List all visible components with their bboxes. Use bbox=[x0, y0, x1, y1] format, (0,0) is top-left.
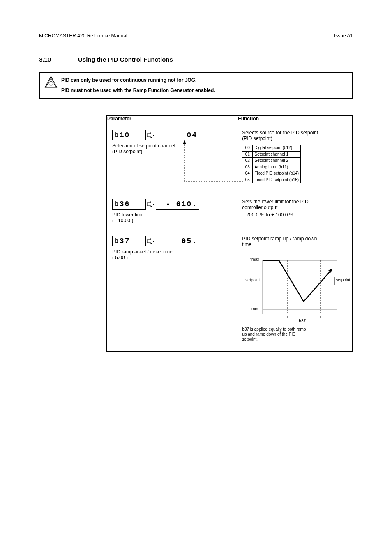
opt-row: 04Fixed PID setpoint (b14) bbox=[242, 170, 301, 177]
arrow-icon bbox=[147, 236, 155, 246]
options-table: 00Digital setpoint (b12) 01Setpoint chan… bbox=[242, 145, 301, 183]
graph-caption-2: up and ramp down of the PID bbox=[242, 332, 295, 337]
connector-line bbox=[181, 140, 247, 190]
note-line-2: PID must not be used with the Ramp Funct… bbox=[61, 88, 348, 94]
graph-caption-3: setpoint. bbox=[242, 337, 258, 342]
graph-ytop: fmax bbox=[250, 257, 259, 263]
col-header-function: Function bbox=[238, 115, 353, 122]
arrow-icon bbox=[147, 130, 155, 140]
b36-fn-3: – 200.0 % to + 100.0 % bbox=[242, 212, 293, 218]
b36-caption-1: PID lower limit bbox=[112, 212, 144, 218]
note-line-1: PID can only be used for continuous runn… bbox=[61, 77, 348, 83]
lcd-row-b36: b36 - 010. bbox=[112, 199, 199, 210]
opt-row: 03Analog input (b11) bbox=[242, 164, 301, 170]
b10-fn-2: (PID setpoint) bbox=[242, 136, 272, 142]
svg-line-4 bbox=[51, 83, 52, 85]
b36-caption-2: (– 10.00 ) bbox=[112, 218, 133, 224]
svg-marker-5 bbox=[183, 140, 186, 144]
col-header-parameter: Parameter bbox=[107, 115, 238, 122]
lcd-val-b10: 04 bbox=[156, 130, 199, 140]
left-block: b10 04 Selection of setpoint channel (PI… bbox=[107, 122, 238, 351]
b37-caption-1: PID ramp accel / decel time bbox=[112, 249, 173, 255]
b37-caption-2: ( 5.00 ) bbox=[112, 255, 128, 261]
b10-caption-1: Selection of setpoint channel bbox=[112, 143, 175, 149]
caution-icon bbox=[43, 75, 59, 90]
lcd-val-b37: 05. bbox=[156, 236, 199, 246]
opt-row: 05Fixed PID setpoint (b15) bbox=[242, 177, 301, 183]
b37-fn-2: time bbox=[242, 242, 251, 248]
parameter-table: Parameter Function b10 04 Selection of s… bbox=[106, 115, 353, 352]
ramp-graph: fmax setpoint fmin b37 setpoint bbox=[250, 252, 345, 322]
opt-row: 02Setpoint channel 2 bbox=[242, 158, 301, 164]
arrow-icon bbox=[147, 199, 155, 209]
opt-row: 01Setpoint channel 1 bbox=[242, 151, 301, 158]
note-box: PID can only be used for continuous runn… bbox=[39, 72, 353, 99]
b10-caption-2: (PID setpoint) bbox=[112, 149, 142, 155]
graph-xspan: b37 bbox=[299, 319, 306, 324]
graph-ybot: fmin bbox=[250, 306, 258, 312]
section-number: 3.10 bbox=[39, 56, 51, 64]
b10-fn-1: Selects source for the PID setpoint bbox=[242, 130, 318, 136]
b36-fn-1: Sets the lower limit for the PID bbox=[242, 199, 308, 205]
b36-fn-2: controller output bbox=[242, 205, 277, 211]
lcd-val-b36: - 010. bbox=[156, 199, 199, 210]
lcd-code-b37: b37 bbox=[112, 236, 146, 246]
lcd-code-b10: b10 bbox=[112, 130, 146, 140]
lcd-row-b37: b37 05. bbox=[112, 236, 199, 246]
graph-caption-1: b37 is applied equally to both ramp bbox=[242, 327, 306, 332]
page: MICROMASTER 420 Reference Manual Issue A… bbox=[0, 0, 392, 555]
graph-yline: setpoint bbox=[245, 278, 260, 283]
graph-side: setpoint bbox=[336, 278, 350, 283]
lcd-row-b10: b10 04 bbox=[112, 130, 199, 140]
right-block: Selects source for the PID setpoint (PID… bbox=[238, 122, 352, 351]
b37-fn-1: PID setpoint ramp up / ramp down bbox=[242, 236, 317, 242]
opt-row: 00Digital setpoint (b12) bbox=[242, 145, 301, 152]
header-right: Issue A1 bbox=[334, 33, 353, 39]
section-title: Using the PID Control Functions bbox=[78, 56, 173, 64]
header-left: MICROMASTER 420 Reference Manual bbox=[39, 33, 127, 39]
lcd-code-b36: b36 bbox=[112, 199, 146, 210]
